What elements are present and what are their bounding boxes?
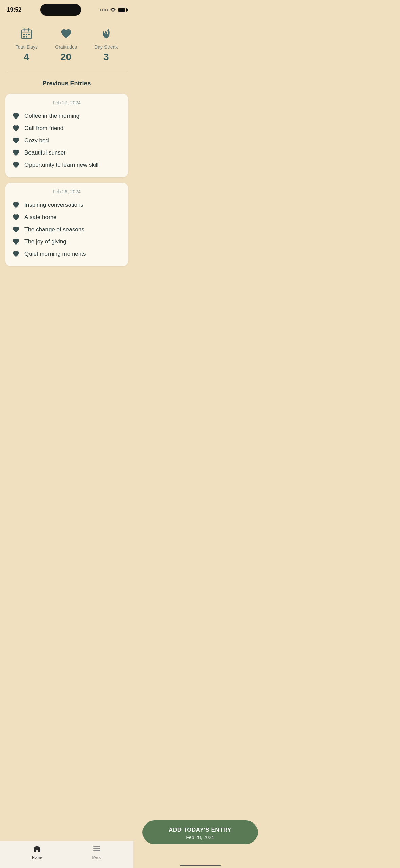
previous-entries-title: Previous Entries [0, 80, 133, 87]
day-streak-label: Day Streak [94, 44, 118, 50]
heart-bullet-icon [12, 238, 20, 246]
entry-item-1-1: A safe home [12, 211, 121, 223]
svg-rect-6 [28, 34, 30, 35]
heart-bullet-icon [12, 250, 20, 258]
heart-bullet-icon [12, 214, 20, 221]
entry-item-1-4: Quiet morning moments [12, 248, 121, 260]
entry-text-1-3: The joy of giving [24, 238, 66, 245]
svg-rect-8 [26, 36, 27, 38]
entry-text-0-2: Cozy bed [24, 137, 49, 144]
day-streak-value: 3 [103, 52, 109, 62]
heart-bullet-icon [12, 161, 20, 169]
heart-bullet-icon [12, 137, 20, 144]
gratitudes-label: Gratitudes [55, 44, 77, 50]
entry-item-1-2: The change of seasons [12, 223, 121, 236]
entry-item-0-1: Call from friend [12, 122, 121, 134]
svg-rect-4 [23, 34, 25, 35]
stats-section: Total Days 4 Gratitudes 20 Day Streak 3 [0, 17, 133, 69]
entry-text-0-0: Coffee in the morning [24, 113, 79, 120]
entries-scroll-area: Feb 27, 2024 Coffee in the morning Call … [0, 94, 133, 312]
calendar-icon [20, 27, 33, 42]
signal-dots [100, 9, 108, 11]
stat-total-days: Total Days 4 [16, 27, 38, 62]
entry-text-1-1: A safe home [24, 214, 57, 221]
total-days-label: Total Days [16, 44, 38, 50]
entry-date-0: Feb 27, 2024 [12, 100, 121, 105]
gratitudes-value: 20 [61, 52, 71, 62]
stat-day-streak: Day Streak 3 [94, 27, 118, 62]
wifi-icon [110, 7, 116, 13]
svg-rect-7 [23, 36, 25, 38]
total-days-value: 4 [24, 52, 30, 62]
entry-item-0-2: Cozy bed [12, 134, 121, 147]
svg-rect-1 [21, 32, 32, 33]
svg-rect-5 [26, 34, 27, 35]
status-time: 19:52 [7, 6, 21, 13]
entry-card-0: Feb 27, 2024 Coffee in the morning Call … [5, 94, 128, 177]
entry-item-1-0: Inspiring conversations [12, 199, 121, 211]
heart-bullet-icon [12, 201, 20, 209]
heart-bullet-icon [12, 226, 20, 233]
heart-filled-icon [60, 27, 73, 42]
heart-bullet-icon [12, 149, 20, 157]
entry-item-1-3: The joy of giving [12, 236, 121, 248]
dynamic-island [40, 4, 81, 16]
entry-item-0-3: Beautiful sunset [12, 147, 121, 159]
heart-bullet-icon [12, 112, 20, 120]
stat-gratitudes: Gratitudes 20 [55, 27, 77, 62]
entry-text-1-0: Inspiring conversations [24, 202, 83, 209]
entry-text-1-2: The change of seasons [24, 226, 84, 233]
status-bar: 19:52 [0, 0, 133, 17]
heart-bullet-icon [12, 125, 20, 132]
entry-text-0-4: Opportunity to learn new skill [24, 162, 98, 168]
entry-text-0-1: Call from friend [24, 125, 63, 132]
battery-icon [118, 8, 127, 12]
entry-date-1: Feb 26, 2024 [12, 189, 121, 194]
status-icons [100, 7, 127, 13]
flame-icon [100, 27, 113, 42]
section-divider [7, 73, 127, 73]
entry-card-1: Feb 26, 2024 Inspiring conversations A s… [5, 183, 128, 266]
entry-text-1-4: Quiet morning moments [24, 251, 86, 257]
entry-item-0-4: Opportunity to learn new skill [12, 159, 121, 171]
entry-text-0-3: Beautiful sunset [24, 149, 65, 156]
entry-item-0-0: Coffee in the morning [12, 110, 121, 122]
